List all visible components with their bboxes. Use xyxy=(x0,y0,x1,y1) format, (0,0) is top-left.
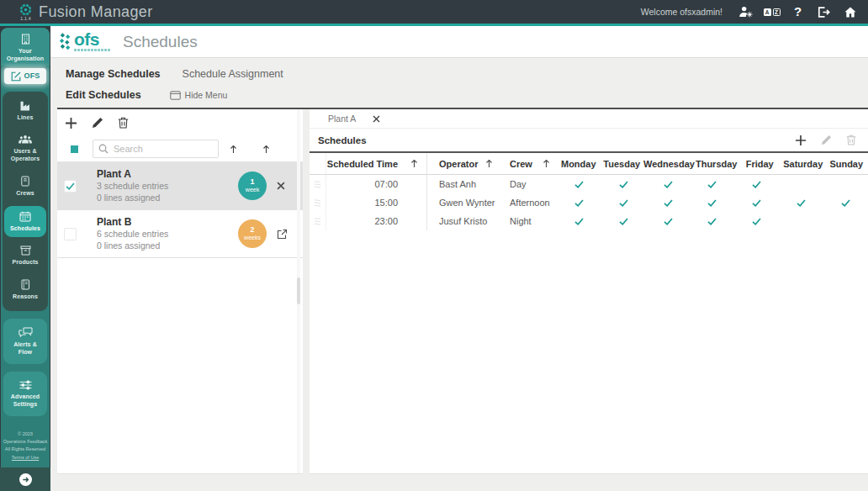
remove-item-button[interactable] xyxy=(277,182,285,190)
cell-day xyxy=(734,175,779,193)
home-button[interactable] xyxy=(837,2,863,22)
sidebar-item-reasons[interactable]: Reasons xyxy=(4,274,46,305)
sort-name-button[interactable] xyxy=(230,145,237,154)
arrow-up-icon[interactable] xyxy=(542,159,550,168)
schedule-groups-panel: Plant A3 schedule entries0 lines assigne… xyxy=(57,109,303,474)
schedule-entries-count: 3 schedule entries xyxy=(97,181,238,193)
sidebar-item-schedules[interactable]: Schedules xyxy=(4,206,46,237)
help-button[interactable]: ? xyxy=(785,2,811,22)
schedule-list-item[interactable]: Plant A3 schedule entries0 lines assigne… xyxy=(57,162,303,210)
column-label: Wednesday xyxy=(643,159,695,169)
item-checkbox[interactable] xyxy=(64,180,77,193)
arrow-up-icon[interactable] xyxy=(485,159,493,168)
sort-duration-button[interactable] xyxy=(262,145,270,154)
table-row[interactable]: 15:00Gwen WynterAfternoon xyxy=(310,193,868,212)
close-icon xyxy=(277,182,285,190)
top-bar: 1.1.4 Fusion Manager Welcome ofsxadmin! … xyxy=(0,0,868,24)
schedule-list-item[interactable]: Plant B6 schedule entries0 lines assigne… xyxy=(57,210,303,258)
sidebar-item-lines[interactable]: Lines xyxy=(4,96,46,126)
column-header-operator[interactable]: Operator xyxy=(427,153,503,174)
column-label: Operator xyxy=(439,159,478,169)
scrollbar-thumb[interactable] xyxy=(297,277,300,304)
drag-handle[interactable] xyxy=(310,193,326,212)
detail-tab-row: Plant A xyxy=(310,109,868,129)
building-icon xyxy=(20,34,31,45)
table-body: 07:00Bast AnhDay15:00Gwen WynterAfternoo… xyxy=(310,175,868,230)
arrow-up-icon[interactable] xyxy=(410,159,418,168)
app-title: Fusion Manager xyxy=(39,3,153,21)
column-label: Sunday xyxy=(829,159,863,169)
drag-handle[interactable] xyxy=(310,175,326,193)
user-settings-button[interactable] xyxy=(733,2,759,22)
edit-schedule-group-button[interactable] xyxy=(92,117,103,129)
tab-plant-a[interactable]: Plant A xyxy=(310,114,380,124)
tab-schedule-assignment[interactable]: Schedule Assignment xyxy=(183,68,283,80)
fusion-logo: 1.1.4 xyxy=(19,3,32,21)
left-toolbar xyxy=(57,109,303,136)
cell-scheduled-time: 15:00 xyxy=(326,193,427,212)
schedules-title: Schedules xyxy=(318,135,367,145)
schedule-detail-panel: Plant A Schedules Scheduled TimeOperator… xyxy=(310,109,868,474)
sidebar-item-label: Users & Operators xyxy=(4,147,46,162)
sidebar-item-ofs[interactable]: OFS xyxy=(4,68,46,84)
cell-day xyxy=(823,175,868,193)
edit-schedule-button[interactable] xyxy=(821,135,832,145)
column-header-scheduled-time[interactable]: Scheduled Time xyxy=(326,153,427,174)
app-window: 1.1.4 Fusion Manager Welcome ofsxadmin! … xyxy=(0,0,868,491)
check-icon xyxy=(752,199,761,207)
check-icon xyxy=(841,199,850,207)
topbar-actions: AZ? xyxy=(733,2,863,22)
tab-close-button[interactable] xyxy=(373,115,380,123)
search-input[interactable] xyxy=(114,144,213,154)
column-header-sunday: Sunday xyxy=(824,153,868,174)
column-label: Monday xyxy=(561,159,596,169)
search-box xyxy=(93,140,219,158)
terms-of-use-link[interactable]: Terms of Use xyxy=(1,454,50,462)
translate-button[interactable]: AZ xyxy=(759,2,785,22)
cell-day xyxy=(823,212,868,230)
sidebar-item-users-and-operators[interactable]: Users & Operators xyxy=(4,129,46,167)
column-header-crew[interactable]: Crew xyxy=(503,153,557,174)
check-icon xyxy=(619,218,628,225)
app-version: 1.1.4 xyxy=(20,16,31,21)
sidebar-section: Advanced Settings xyxy=(3,372,47,416)
cell-crew: Day xyxy=(503,175,557,193)
add-schedule-group-button[interactable] xyxy=(65,117,77,129)
column-label: Tuesday xyxy=(603,159,640,169)
drag-handle[interactable] xyxy=(310,212,326,230)
sidebar-collapse-button[interactable] xyxy=(0,467,50,491)
check-icon xyxy=(664,218,673,225)
sidebar-item-your-organisation[interactable]: Your Organisation xyxy=(1,28,50,66)
sidebar-item-alerts-and-flow[interactable]: Alerts & Flow xyxy=(6,323,45,361)
tab-manage-schedules[interactable]: Manage Schedules xyxy=(66,68,161,80)
sidebar-footer: © 2023Operations FeedbackAll Rights Rese… xyxy=(1,430,50,467)
sidebar-item-label: Schedules xyxy=(10,224,40,232)
copyright-line: All Rights Reserved xyxy=(1,446,50,453)
delete-schedule-group-button[interactable] xyxy=(118,117,129,129)
sidebar-item-advanced-settings[interactable]: Advanced Settings xyxy=(6,376,45,413)
table-row[interactable]: 07:00Bast AnhDay xyxy=(310,175,868,193)
item-texts: Plant B6 schedule entries0 lines assigne… xyxy=(97,216,238,251)
products-box-icon xyxy=(20,246,31,256)
sidebar-item-label: Your Organisation xyxy=(3,47,48,62)
sliders-icon xyxy=(19,380,32,390)
table-row[interactable]: 23:00Jusuf KristoNight xyxy=(310,212,868,230)
right-toolbar xyxy=(795,135,856,146)
hide-menu-button[interactable]: Hide Menu xyxy=(170,90,228,100)
home-icon xyxy=(844,7,856,18)
sidebar-item-products[interactable]: Products xyxy=(4,240,46,271)
add-schedule-button[interactable] xyxy=(795,135,807,146)
delete-schedule-button[interactable] xyxy=(846,135,856,145)
cell-operator: Jusuf Kristo xyxy=(427,212,503,230)
sidebar-item-crews[interactable]: Crews xyxy=(4,171,46,202)
column-header-thursday: Thursday xyxy=(695,153,738,174)
schedule-group-name: Plant A xyxy=(97,168,238,180)
logout-button[interactable] xyxy=(811,2,837,22)
pencil-icon xyxy=(821,135,832,145)
select-all-checkbox[interactable] xyxy=(71,145,78,153)
calendar-icon xyxy=(19,211,31,222)
left-panel-scrollbar[interactable] xyxy=(297,109,300,473)
schedule-group-name: Plant B xyxy=(97,216,238,228)
open-item-button[interactable] xyxy=(277,229,288,240)
item-checkbox[interactable] xyxy=(64,228,77,240)
